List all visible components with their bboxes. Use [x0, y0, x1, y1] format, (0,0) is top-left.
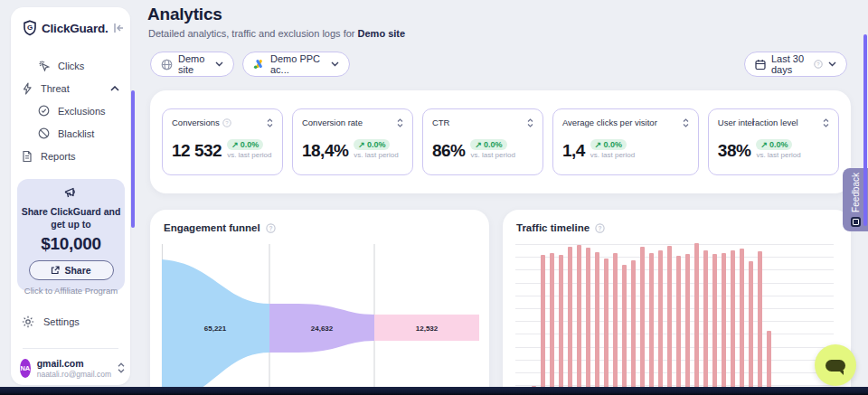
trend-up-icon: ↗	[231, 140, 239, 149]
sort-icon[interactable]	[823, 118, 829, 127]
clickguard-shield-logo-icon: G	[23, 20, 37, 36]
stat-label: CTR	[432, 118, 450, 127]
promo-caption: Click to Affiliate Program	[17, 286, 125, 296]
funnel-value-1: 65,221	[204, 324, 227, 333]
trend-up-icon: ↗	[475, 140, 482, 149]
funnel-title: Engagement funnel	[164, 222, 260, 233]
promo-amount: $10,000	[17, 234, 125, 254]
date-range-selector[interactable]: Last 30 days ?	[744, 52, 847, 77]
google-ads-icon	[253, 59, 265, 70]
trend-up-icon: ↗	[358, 140, 365, 149]
sidebar-item-reports[interactable]: Reports	[11, 145, 130, 167]
stat-label: User interaction level	[718, 118, 798, 127]
lightning-icon	[22, 82, 33, 95]
stat-label: Average clicks per visitor	[562, 118, 657, 127]
delta-period: vs. last period	[470, 151, 514, 159]
timeline-bar	[722, 253, 726, 395]
sort-icon[interactable]	[267, 118, 273, 127]
timeline-bar	[568, 247, 572, 395]
timeline-bar	[767, 331, 771, 395]
date-range-value: Last 30 days	[771, 53, 808, 75]
sidebar-collapse-icon[interactable]	[113, 23, 125, 33]
page-scrollbar-thumb[interactable]	[863, 34, 867, 226]
funnel-value-3: 12,532	[416, 324, 439, 333]
stat-card-ctr: CTR 86% ↗0.0% vs. last period	[422, 108, 543, 175]
info-circle-icon: ?	[814, 60, 823, 69]
chat-widget-button[interactable]	[815, 344, 856, 386]
site-selector-value: Demo site	[178, 53, 210, 75]
sort-icon[interactable]	[397, 118, 403, 127]
sidebar-item-clicks[interactable]: Clicks	[11, 54, 130, 77]
ppc-account-value: Demo PPC ac...	[270, 53, 326, 75]
sidebar-divider	[23, 348, 118, 349]
account-name: gmail.com	[37, 358, 111, 370]
svg-text:?: ?	[599, 224, 602, 230]
info-circle-icon[interactable]: ?	[222, 118, 231, 127]
sidebar-item-threat[interactable]: Threat	[11, 77, 130, 99]
ppc-account-selector[interactable]: Demo PPC ac...	[242, 52, 350, 77]
stat-card-avg-clicks: Average clicks per visitor 1,4 ↗0.0% vs.…	[552, 108, 699, 175]
timeline-bar	[622, 265, 627, 395]
timeline-bar	[631, 260, 636, 395]
sidebar-item-blacklist[interactable]: Blacklist	[11, 122, 130, 145]
timeline-bar	[731, 250, 735, 395]
external-link-icon	[51, 266, 60, 275]
account-info: gmail.com naatali.ro@gmail.com	[37, 358, 111, 379]
cursor-click-icon	[38, 60, 50, 71]
timeline-bar	[640, 247, 645, 395]
chevron-down-icon	[331, 61, 339, 67]
subtitle-site-name: Demo site	[358, 28, 406, 39]
stat-value: 1,4	[562, 142, 585, 159]
funnel-chart: 65,221 24,632 12,532	[161, 240, 480, 395]
trend-up-icon: ↗	[595, 140, 602, 149]
timeline-bar	[758, 251, 762, 395]
delta-period: vs. last period	[227, 151, 271, 159]
promo-text: Share ClickGuard and get up to	[17, 206, 125, 230]
sidebar: G ClickGuard. Clicks Threat Excl	[11, 7, 130, 385]
page-title: Analytics	[147, 5, 222, 24]
site-selector[interactable]: Demo site	[150, 52, 234, 77]
chevron-down-icon	[828, 61, 836, 67]
delta-period: vs. last period	[590, 151, 635, 159]
timeline-bar	[559, 255, 563, 395]
chevron-up-down-icon	[118, 362, 125, 373]
svg-text:?: ?	[269, 224, 272, 230]
bottom-window-edge	[0, 387, 868, 395]
timeline-title: Traffic timeline	[516, 222, 590, 233]
stat-value: 18,4%	[302, 142, 348, 159]
sidebar-scrollbar-thumb[interactable]	[131, 90, 135, 228]
info-circle-icon[interactable]: ?	[266, 223, 276, 233]
timeline-bar	[676, 256, 681, 395]
timeline-bar	[712, 254, 717, 395]
sort-icon[interactable]	[527, 118, 533, 127]
timeline-bar	[703, 250, 708, 395]
sidebar-item-exclusions[interactable]: Exclusions	[11, 99, 130, 122]
timeline-bar	[749, 261, 753, 395]
account-switcher[interactable]: NA gmail.com naatali.ro@gmail.com	[20, 358, 125, 379]
megaphone-icon	[17, 186, 125, 200]
stat-value: 12 532	[172, 142, 222, 159]
page-subtitle: Detailed analytics, traffic and exclusio…	[148, 28, 405, 39]
timeline-bar	[685, 254, 690, 395]
calendar-icon	[755, 59, 766, 71]
share-button[interactable]: Share	[29, 260, 114, 280]
delta-period: vs. last period	[756, 151, 800, 159]
delta-badge: ↗0.0%	[756, 139, 792, 150]
delta-badge: ↗0.0%	[590, 139, 627, 150]
funnel-value-2: 24,632	[311, 324, 334, 333]
sidebar-item-settings[interactable]: Settings	[22, 315, 80, 328]
affiliate-promo-card[interactable]: Share ClickGuard and get up to $10,000 S…	[17, 179, 125, 291]
svg-text:G: G	[27, 24, 33, 32]
gear-icon	[22, 315, 34, 328]
text-cursor-pointer: I	[750, 117, 757, 127]
engagement-funnel-card: Engagement funnel ? 65,221 24,632 12,532	[150, 210, 489, 395]
sort-icon[interactable]	[683, 118, 689, 127]
timeline-bars	[515, 244, 834, 395]
timeline-bar	[658, 250, 663, 395]
chevron-up-icon[interactable]	[110, 86, 119, 91]
timeline-bar	[541, 255, 545, 395]
trend-up-icon: ↗	[760, 140, 768, 149]
stat-card-conversion-rate: Conversion rate 18,4% ↗0.0% vs. last per…	[292, 108, 413, 175]
timeline-bar	[667, 246, 672, 395]
info-circle-icon[interactable]: ?	[595, 223, 605, 233]
